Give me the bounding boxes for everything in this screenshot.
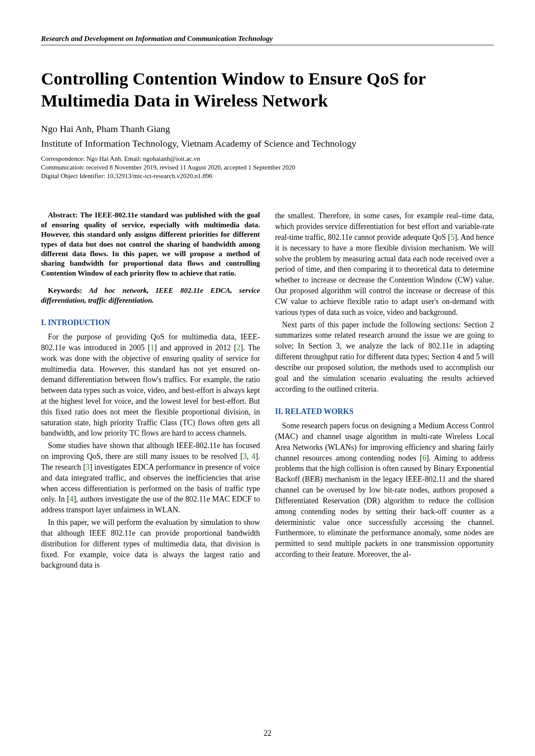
paper-title: Controlling Contention Window to Ensure …: [41, 68, 494, 112]
citation-link[interactable]: 2: [236, 343, 240, 352]
communication-line: Communication: received 8 November 2019,…: [41, 163, 494, 172]
affiliation: Institute of Information Technology, Vie…: [41, 138, 494, 149]
citation-link[interactable]: 1: [151, 343, 154, 352]
intro-para-4: the smallest. Therefore, in some cases, …: [275, 210, 494, 317]
journal-name: Research and Development on Information …: [41, 35, 494, 43]
citation-link[interactable]: 3: [86, 463, 90, 471]
section-intro-heading: I. INTRODUCTION: [41, 317, 260, 328]
section-related-heading: II. RELATED WORKS: [275, 406, 494, 417]
citation-link[interactable]: 6: [422, 454, 426, 462]
citation-link[interactable]: 3: [243, 452, 247, 461]
intro-para-3: In this paper, we will perform the evalu…: [41, 517, 260, 571]
body-columns: Abstract: The IEEE-802.11e standard was …: [41, 210, 494, 571]
author-list: Ngo Hai Anh, Pham Thanh Giang: [41, 123, 494, 135]
keywords-block: Keywords: Ad hoc network, IEEE 802.11e E…: [41, 286, 260, 305]
citation-link[interactable]: 4: [252, 452, 255, 461]
intro-para-5: Next parts of this paper include the fol…: [275, 320, 494, 395]
correspondence-line: Correspondence: Ngo Hai Anh. Email: ngoh…: [41, 154, 494, 163]
meta-block: Correspondence: Ngo Hai Anh. Email: ngoh…: [41, 154, 494, 181]
citation-link[interactable]: 4: [69, 495, 73, 503]
intro-para-1: For the purpose of providing QoS for mul…: [41, 332, 260, 439]
intro-para-2: Some studies have shown that although IE…: [41, 440, 260, 515]
abstract-block: Abstract: The IEEE-802.11e standard was …: [41, 210, 260, 278]
related-para-1: Some research papers focus on designing …: [275, 420, 494, 560]
abstract-text: The IEEE-802.11e standard was published …: [41, 211, 260, 277]
abstract-label: Abstract:: [41, 211, 78, 219]
page-root: Research and Development on Information …: [0, 0, 535, 756]
doi-line: Digital Object Identifier: 10.32913/mic-…: [41, 172, 494, 180]
page-number: 22: [0, 729, 535, 738]
header-rule: [41, 45, 494, 45]
keywords-label: Keywords:: [41, 286, 82, 295]
